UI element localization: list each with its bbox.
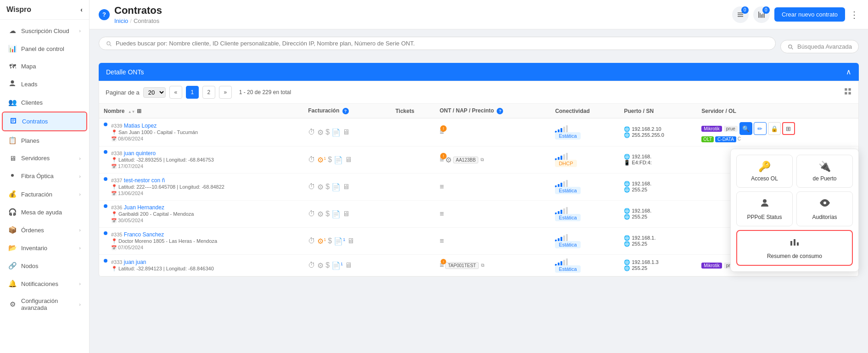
search-btn[interactable]: 🔍 xyxy=(739,122,752,135)
popup-item-acceso-ol[interactable]: 🔑 Acceso OL xyxy=(736,155,793,188)
contract-name-link[interactable]: Matias Lopez xyxy=(124,123,157,129)
ont-help-icon[interactable]: ? xyxy=(497,108,503,114)
page-1-btn[interactable]: 1 xyxy=(186,86,199,99)
lock-btn[interactable]: 🔒 xyxy=(768,122,781,135)
page-size-select[interactable]: 20 xyxy=(143,87,166,98)
sidebar-item-facturacion[interactable]: 💰 Facturación › xyxy=(2,185,87,203)
sidebar-item-inventario[interactable]: 📂 Inventario › xyxy=(2,239,87,257)
ont-icon: ≡ xyxy=(440,237,444,245)
sidebar-item-nodos[interactable]: 🔗 Nodos xyxy=(2,257,87,275)
edit-btn[interactable]: ✏ xyxy=(754,122,767,135)
sidebar-item-label: Planes xyxy=(21,137,81,144)
popup-item-de-puerto[interactable]: 🔌 de Puerto xyxy=(796,155,853,188)
sidebar-item-label: Servidores xyxy=(21,155,74,162)
sidebar-item-mesa[interactable]: 🎧 Mesa de ayuda xyxy=(2,203,87,221)
col-servidor: Servidor / OL xyxy=(697,104,858,118)
sidebar-item-configuracion[interactable]: ⚙ Configuración avanzada › xyxy=(2,293,87,316)
cell-facturacion: ⏱ ⚙ $ 📄 🖥 xyxy=(303,174,391,201)
notifications-icon: 🔔 xyxy=(8,280,17,288)
sort-icon[interactable]: ▲▼ xyxy=(128,110,135,114)
help-icon[interactable]: ? xyxy=(99,9,110,20)
fiber-icon xyxy=(8,172,17,180)
main-search[interactable] xyxy=(99,37,776,50)
copy-icon[interactable]: ⧉ xyxy=(481,263,484,268)
nodes-icon: 🔗 xyxy=(8,262,17,270)
contract-name-link[interactable]: juan quintero xyxy=(124,150,156,157)
sidebar-item-label: Facturación xyxy=(21,191,74,198)
status-indicator xyxy=(104,204,107,208)
sidebar-item-ordenes[interactable]: 📦 Órdenes › xyxy=(2,221,87,239)
sidebar-item-contratos[interactable]: Contratos xyxy=(2,112,87,131)
sidebar-item-panel[interactable]: 📊 Panel de control xyxy=(2,40,87,57)
filter-icon[interactable]: ⊞ xyxy=(137,108,141,114)
sidebar-item-leads[interactable]: Leads xyxy=(2,75,87,93)
sidebar-item-label: Nodos xyxy=(21,263,81,269)
location-icon: 📍 xyxy=(111,184,118,190)
calendar-icon: 📅 xyxy=(111,164,117,169)
popup-item-resumen-consumo[interactable]: Resumen de consumo xyxy=(736,230,853,266)
contract-name-link[interactable]: Franco Sanchez xyxy=(124,231,164,238)
dollar-icon: $ xyxy=(328,156,332,164)
columns-toggle-icon[interactable] xyxy=(844,87,852,98)
cell-puerto: 🌐 192.168. 🌐 255.25 xyxy=(619,174,697,201)
copy-icon[interactable]: ⧉ xyxy=(481,157,484,162)
contract-icon xyxy=(9,117,17,126)
facturacion-help-icon[interactable]: ? xyxy=(342,108,349,114)
location-icon: 📍 xyxy=(111,157,118,162)
c-data-tag: C-DATA xyxy=(715,136,736,142)
last-page-btn[interactable]: » xyxy=(219,86,232,99)
svg-rect-3 xyxy=(790,241,792,246)
popup-item-auditorias[interactable]: Auditorías xyxy=(796,191,853,226)
sidebar-item-label: Fibra Óptica xyxy=(21,173,74,179)
notifications-btn[interactable]: 0 xyxy=(732,6,749,23)
popup-item-pppoe[interactable]: PPPoE Status xyxy=(736,191,793,226)
sidebar-item-notificaciones[interactable]: 🔔 Notificaciones › xyxy=(2,275,87,292)
sidebar-item-clientes[interactable]: 👥 Clientes xyxy=(2,94,87,111)
chevron-right-icon: › xyxy=(79,174,81,179)
table-row: #339 Matias Lopez 📍San Juan 1000 - Capit… xyxy=(99,118,858,146)
chart-btn[interactable]: 0 xyxy=(753,6,770,23)
cell-nombre: #335 Franco Sanchez 📍Doctor Moreno 1805 … xyxy=(99,228,303,255)
status-badge: Estática xyxy=(555,265,580,273)
sidebar-item-suscripcion[interactable]: ☁ Suscripción Cloud › xyxy=(2,22,87,39)
status-badge: Estática xyxy=(555,241,580,248)
grid-btn[interactable]: ⊞ xyxy=(782,122,795,135)
first-page-btn[interactable]: « xyxy=(169,86,182,99)
cell-tickets xyxy=(391,118,435,146)
contract-name-link[interactable]: test-nestor con ñ xyxy=(124,177,165,184)
ont-serial-tag: AA123BB xyxy=(453,157,478,163)
cell-ont: ≡ xyxy=(435,201,551,228)
sidebar-item-servidores[interactable]: 🖥 Servidores › xyxy=(2,150,87,167)
cell-ont: ≡! TAP001TEST ⧉ xyxy=(435,255,551,276)
sidebar-item-fibra[interactable]: Fibra Óptica › xyxy=(2,167,87,185)
main-content: Búsqueda Avanzada Detalle ONTs ∧ Paginar… xyxy=(90,29,868,353)
sidebar-collapse-icon[interactable]: ‹ xyxy=(80,6,83,13)
page-title: Contratos xyxy=(114,5,162,17)
contract-name-link[interactable]: juan juan xyxy=(124,259,146,265)
more-options-icon[interactable]: ⋮ xyxy=(850,9,859,20)
search-icon xyxy=(106,40,112,47)
breadcrumb-home[interactable]: Inicio xyxy=(114,17,128,24)
status-indicator xyxy=(104,177,107,181)
page-2-btn[interactable]: 2 xyxy=(202,86,215,99)
contract-name-link[interactable]: Juan Hernandez xyxy=(124,204,164,211)
advanced-search-label: Búsqueda Avanzada xyxy=(797,43,852,50)
sidebar-item-label: Configuración avanzada xyxy=(21,297,74,311)
status-badge: DHCP xyxy=(555,160,577,167)
advanced-search-btn[interactable]: Búsqueda Avanzada xyxy=(780,40,859,53)
sidebar-item-label: Leads xyxy=(21,81,81,88)
cell-nombre: #338 juan quintero 📍Latitud: -32.893255 … xyxy=(99,146,303,174)
section-collapse-icon[interactable]: ∧ xyxy=(846,67,851,76)
settings-icon: ⚙ xyxy=(317,128,324,137)
cell-servidor: Mikrotik prue 🔍 ✏ 🔒 ⊞ OLT xyxy=(697,118,858,146)
main-area: ? Contratos Inicio / Contratos 0 0 Crear… xyxy=(90,0,868,353)
sidebar-item-planes[interactable]: 📋 Planes xyxy=(2,132,87,149)
search-input[interactable] xyxy=(116,40,769,47)
calendar-icon: 📅 xyxy=(111,191,117,196)
section-title: Detalle ONTs xyxy=(106,68,144,76)
create-contract-button[interactable]: Crear nuevo contrato xyxy=(774,7,845,22)
sidebar-item-mapa[interactable]: 🗺 Mapa xyxy=(2,58,87,75)
svg-rect-4 xyxy=(794,239,795,246)
chevron-right-icon: › xyxy=(79,28,81,34)
chart-icon: 📊 xyxy=(8,45,17,53)
